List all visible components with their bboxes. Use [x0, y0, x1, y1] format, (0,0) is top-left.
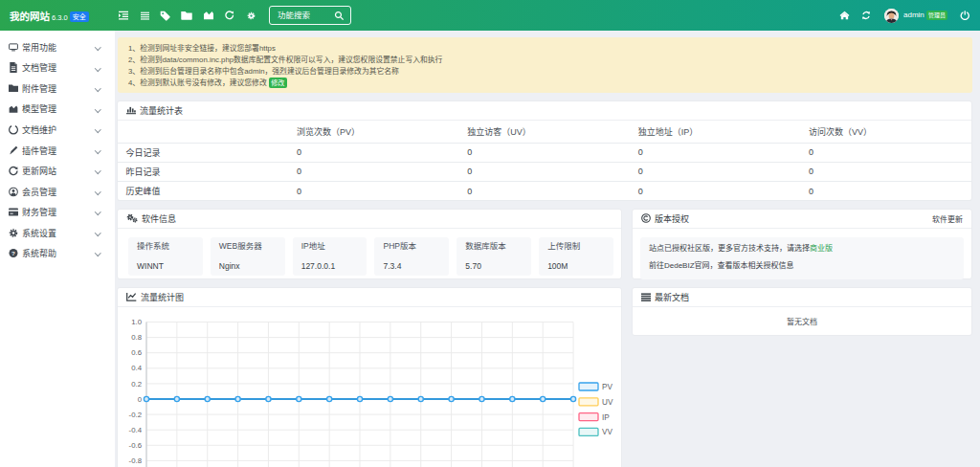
svg-text:0.2: 0.2 [131, 379, 142, 388]
svg-text:VV: VV [602, 428, 612, 436]
svg-text:IP: IP [602, 412, 610, 421]
svg-text:?: ? [11, 250, 15, 256]
svg-text:PV: PV [602, 383, 612, 391]
svg-text:-0.2: -0.2 [129, 410, 142, 418]
svg-text:-0.6: -0.6 [129, 440, 142, 449]
svg-text:0.6: 0.6 [131, 348, 142, 357]
svg-text:0.4: 0.4 [131, 364, 143, 372]
svg-text:-0.4: -0.4 [129, 425, 143, 434]
svg-text:UV: UV [602, 397, 613, 406]
svg-text:-0.8: -0.8 [129, 456, 142, 465]
svg-text:1.0: 1.0 [131, 318, 143, 326]
svg-text:0: 0 [138, 394, 143, 403]
svg-text:0.8: 0.8 [131, 333, 142, 342]
